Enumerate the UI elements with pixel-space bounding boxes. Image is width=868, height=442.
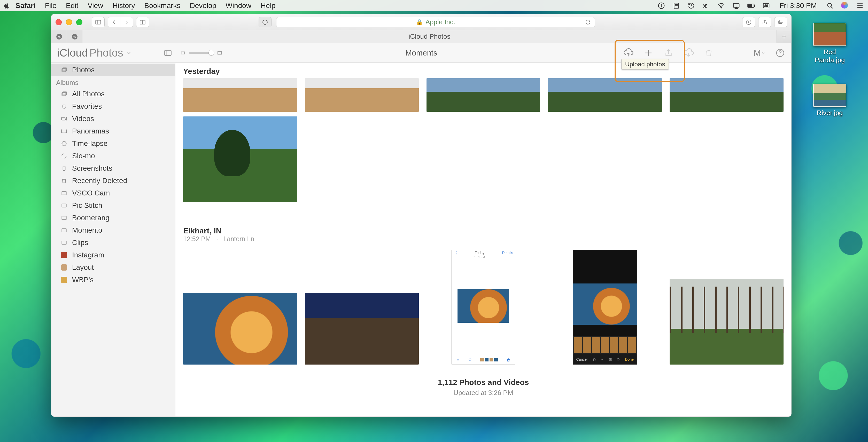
close-window-button[interactable] (56, 19, 62, 25)
folder-swatch-icon (60, 264, 68, 271)
sidebar-item-favorites[interactable]: Favorites (52, 100, 175, 112)
status-timemachine-icon[interactable] (687, 2, 695, 9)
reader-button[interactable] (258, 17, 272, 27)
status-bluetooth-icon[interactable]: ⋇ (703, 2, 710, 9)
svg-rect-33 (62, 229, 66, 232)
desktop-file-label: River.jpg (809, 109, 850, 117)
photo-thumb[interactable] (183, 293, 297, 365)
downloads-button[interactable] (742, 17, 755, 27)
thumbnail-zoom-slider[interactable] (180, 50, 222, 56)
upload-button[interactable] (623, 47, 634, 58)
panorama-icon (60, 128, 68, 135)
menubar-clock[interactable]: Fri 3:30 PM (777, 2, 819, 10)
icloud-photos-brand[interactable]: iCloud Photos (57, 47, 131, 59)
menu-app-name[interactable]: Safari (14, 2, 40, 10)
notification-center-icon[interactable] (856, 2, 864, 9)
delete-button[interactable] (704, 47, 714, 58)
svg-rect-5 (754, 5, 755, 6)
sidebar-item-vsco[interactable]: VSCO Cam (52, 187, 175, 199)
photo-thumb[interactable] (427, 78, 540, 112)
sidebar-item-wbps[interactable]: WBP's (52, 274, 175, 286)
sidebar-item-recently-deleted[interactable]: Recently Deleted (52, 174, 175, 187)
pinned-tab-1[interactable] (52, 30, 67, 43)
photo-thumb[interactable] (183, 78, 297, 112)
status-card-icon[interactable] (673, 2, 680, 9)
video-icon (60, 115, 68, 122)
svg-rect-24 (62, 93, 66, 96)
status-info-icon[interactable] (657, 2, 665, 9)
status-wifi-icon[interactable] (717, 2, 725, 9)
sidebar-item-panoramas[interactable]: Panoramas (52, 125, 175, 137)
forward-button[interactable] (120, 17, 133, 27)
photo-thumb[interactable] (183, 116, 297, 202)
sidebar-item-screenshots[interactable]: Screenshots (52, 162, 175, 174)
photo-thumb-screenshot[interactable]: 〈Today1:51 PMDetails ⇪♡🗑 (451, 250, 516, 365)
sidebar-toggle-button[interactable] (92, 17, 104, 27)
pinned-tab-2[interactable] (67, 30, 83, 43)
sidebar-item-momento[interactable]: Momento (52, 224, 175, 237)
menu-history[interactable]: History (108, 2, 140, 10)
share-button[interactable] (758, 17, 771, 27)
sidebar-item-photos[interactable]: Photos (52, 64, 175, 76)
address-bar[interactable]: 🔒 Apple Inc. (276, 17, 595, 27)
menu-bookmarks[interactable]: Bookmarks (140, 2, 185, 10)
menu-develop[interactable]: Develop (185, 2, 221, 10)
back-button[interactable] (108, 17, 120, 27)
sidebar-item-instagram[interactable]: Instagram (52, 249, 175, 261)
sidebar-item-timelapse[interactable]: Time-lapse (52, 137, 175, 150)
zoom-window-button[interactable] (76, 19, 83, 25)
status-airplay-icon[interactable] (733, 2, 740, 9)
sidebar-item-slomo[interactable]: Slo-mo (52, 150, 175, 162)
share-button-app[interactable] (663, 47, 674, 58)
sidebar-item-boomerang[interactable]: Boomerang (52, 212, 175, 224)
photo-thumb-editor[interactable]: Cancel◐✂⊞⟳Done (573, 250, 637, 365)
all-photos-icon (60, 91, 68, 97)
download-button[interactable] (683, 47, 694, 58)
sidebar-item-all-photos[interactable]: All Photos (52, 88, 175, 100)
svg-rect-34 (62, 241, 66, 244)
menu-help[interactable]: Help (256, 2, 280, 10)
album-icon (60, 214, 68, 221)
new-tab-button[interactable]: ＋ (777, 30, 791, 43)
device-icon (60, 165, 68, 172)
svg-rect-31 (62, 204, 66, 207)
sidebar-toggle-icon[interactable] (162, 47, 173, 58)
album-icon (60, 239, 68, 246)
slomo-icon (60, 152, 68, 159)
add-button[interactable] (643, 47, 654, 58)
sidebar-item-layout[interactable]: Layout (52, 261, 175, 274)
status-textinput-icon[interactable]: 30 (762, 2, 770, 9)
svg-rect-32 (62, 216, 66, 220)
photo-thumb[interactable] (670, 279, 783, 365)
photo-thumb[interactable] (548, 78, 662, 112)
photo-thumb[interactable] (305, 78, 419, 112)
tab-icloud-photos[interactable]: iCloud Photos (83, 30, 777, 43)
sidebar-item-clips[interactable]: Clips (52, 237, 175, 249)
desktop-file-red-panda[interactable]: Red Panda.jpg (809, 23, 850, 64)
photo-thumb[interactable] (670, 78, 783, 112)
spotlight-icon[interactable] (826, 2, 834, 9)
status-battery-icon[interactable] (747, 2, 755, 9)
svg-rect-30 (62, 192, 66, 195)
menu-file[interactable]: File (40, 2, 61, 10)
minimize-window-button[interactable] (66, 19, 72, 25)
help-button[interactable] (775, 47, 785, 58)
sidebar-item-picstitch[interactable]: Pic Stitch (52, 199, 175, 212)
tab-overview-button[interactable] (136, 17, 149, 27)
reload-button[interactable] (585, 19, 591, 25)
sidebar-item-videos[interactable]: Videos (52, 112, 175, 125)
menu-edit[interactable]: Edit (61, 2, 83, 10)
account-menu[interactable]: M (753, 47, 766, 58)
show-tabs-button[interactable] (774, 17, 787, 27)
desktop-file-river[interactable]: River.jpg (809, 83, 850, 117)
folder-swatch-icon (60, 252, 68, 258)
svg-rect-10 (96, 20, 101, 24)
apple-menu-icon[interactable] (3, 2, 14, 9)
view-title: Moments (405, 48, 437, 57)
siri-icon[interactable] (841, 2, 849, 9)
menu-view[interactable]: View (83, 2, 108, 10)
footer-count: 1,112 Photos and Videos (176, 369, 791, 389)
photo-thumb[interactable] (305, 293, 419, 365)
menu-window[interactable]: Window (221, 2, 256, 10)
photos-grid[interactable]: Yesterday Elkhart, IN 12:52 PM · Lantern… (176, 63, 791, 416)
